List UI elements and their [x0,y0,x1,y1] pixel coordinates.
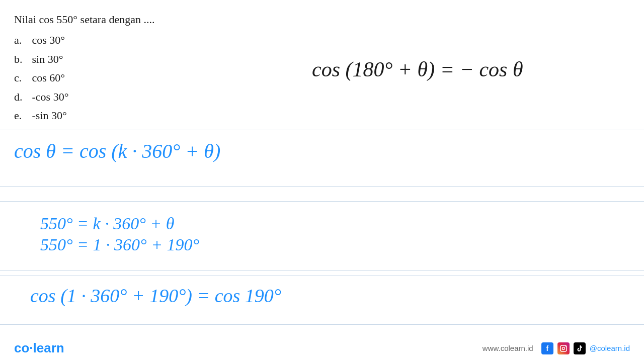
question-section: Nilai cos 550° setara dengan .... a. cos… [14,10,154,125]
option-b-text: sin 30° [32,53,63,65]
footer: co·learn www.colearn.id f @co [0,340,644,356]
option-b: b. sin 30° [14,50,154,68]
blue-formula-3-svg: cos (1 · 360° + 190°) = cos 190° [30,279,342,309]
option-a: a. cos 30° [14,31,154,49]
h-line-5 [0,276,644,276]
footer-right: www.colearn.id f @colearn.id [482,342,630,354]
svg-rect-5 [560,345,567,351]
h-line-6 [0,324,644,325]
option-d: d. -cos 30° [14,87,154,106]
page: Nilai cos 550° setara dengan .... a. cos… [0,0,644,362]
blue-formula-3: cos (1 · 360° + 190°) = cos 190° [30,279,342,313]
option-c: c. cos 60° [14,68,154,87]
svg-point-7 [565,346,566,346]
option-d-text: -cos 30° [32,90,69,103]
footer-social: f @colearn.id [541,342,630,354]
facebook-icon: f [541,342,553,354]
footer-logo-text: co·learn [14,340,64,355]
right-formula: cos (180° + θ) = − cos θ [312,50,543,89]
footer-website: www.colearn.id [482,344,533,352]
blue-formula-2: 550° = k · 360° + θ 550° = 1 · 360° + 19… [40,211,292,265]
option-a-label: a. [14,31,29,49]
option-c-label: c. [14,68,29,87]
tiktok-icon [574,342,586,354]
option-c-text: cos 60° [32,71,65,84]
option-b-label: b. [14,50,29,68]
svg-text:550° = 1 · 360° + 190°: 550° = 1 · 360° + 190° [40,235,200,254]
footer-logo: co·learn [14,340,64,356]
svg-text:cos θ = cos (k · 360° + θ): cos θ = cos (k · 360° + θ) [14,140,220,162]
blue-formula-1: cos θ = cos (k · 360° + θ) [14,135,296,169]
blue-formula-2-svg: 550° = k · 360° + θ 550° = 1 · 360° + 19… [40,211,292,256]
svg-text:cos (1 · 360° + 190°) = cos 19: cos (1 · 360° + 190°) = cos 190° [30,285,281,307]
social-handle: @colearn.id [590,344,630,352]
h-line-2 [0,186,644,187]
blue-formula-1-svg: cos θ = cos (k · 360° + θ) [14,135,296,165]
svg-text:cos (180° + θ) = − cos θ: cos (180° + θ) = − cos θ [312,58,523,81]
options-list: a. cos 30° b. sin 30° c. cos 60° d. -cos… [14,31,154,125]
option-d-label: d. [14,87,29,106]
option-a-text: cos 30° [32,34,65,46]
h-line-1 [0,130,644,130]
right-formula-svg: cos (180° + θ) = − cos θ [312,50,543,85]
option-e-label: e. [14,106,29,125]
h-line-4 [0,270,644,271]
option-e-text: -sin 30° [32,109,67,122]
instagram-icon [557,342,570,354]
option-e: e. -sin 30° [14,106,154,125]
svg-point-6 [562,347,565,349]
question-title: Nilai cos 550° setara dengan .... [14,10,154,29]
h-line-3 [0,201,644,202]
svg-text:550° = k · 360° + θ: 550° = k · 360° + θ [40,214,174,233]
